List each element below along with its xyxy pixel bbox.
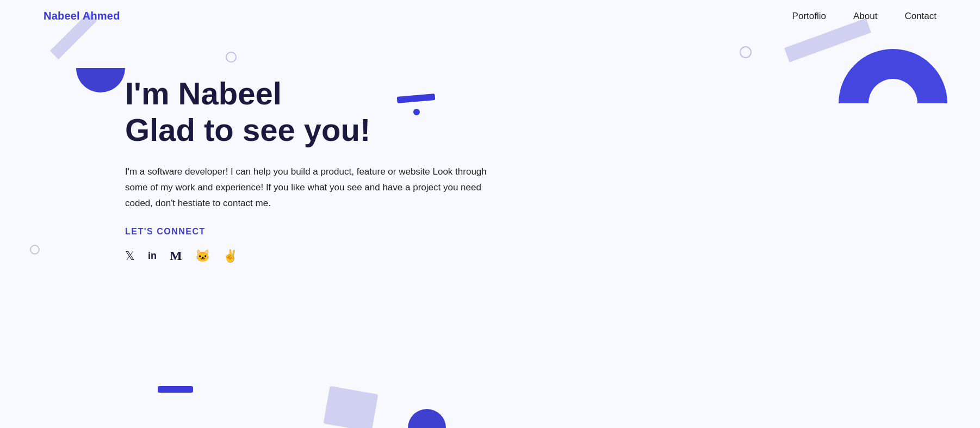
nav-link-about[interactable]: About — [853, 11, 877, 21]
twitter-icon[interactable] — [125, 249, 135, 263]
nav-links: Portoflio About Contact — [792, 11, 936, 22]
hero-title-line2: Glad to see you! — [125, 112, 370, 147]
nav-item-contact[interactable]: Contact — [904, 11, 936, 22]
github-icon[interactable] — [195, 249, 210, 263]
hero-title: I'm Nabeel Glad to see you! — [125, 76, 489, 148]
hero-description: I'm a software developer! I can help you… — [125, 164, 489, 212]
social-icons-row — [125, 249, 489, 263]
hero-section: I'm Nabeel Glad to see you! I'm a softwa… — [0, 32, 489, 263]
lets-connect-label[interactable]: LET'S CONNECT — [125, 227, 489, 237]
shape-bottom-semi — [408, 409, 446, 428]
nav-link-portfolio[interactable]: Portoflio — [792, 11, 826, 21]
shape-dash-bottom-left — [158, 386, 193, 393]
nav-link-contact[interactable]: Contact — [904, 11, 936, 21]
hero-title-line1: I'm Nabeel — [125, 76, 282, 111]
shape-circle-2 — [740, 46, 752, 58]
nav-item-about[interactable]: About — [853, 11, 877, 22]
devto-icon[interactable] — [223, 249, 238, 263]
linkedin-icon[interactable] — [148, 250, 157, 262]
shape-bottom-center — [324, 386, 379, 428]
navbar: Nabeel Ahmed Portoflio About Contact — [0, 0, 980, 32]
nav-item-portfolio[interactable]: Portoflio — [792, 11, 826, 22]
brand-logo[interactable]: Nabeel Ahmed — [44, 10, 120, 22]
medium-icon[interactable] — [170, 249, 182, 263]
